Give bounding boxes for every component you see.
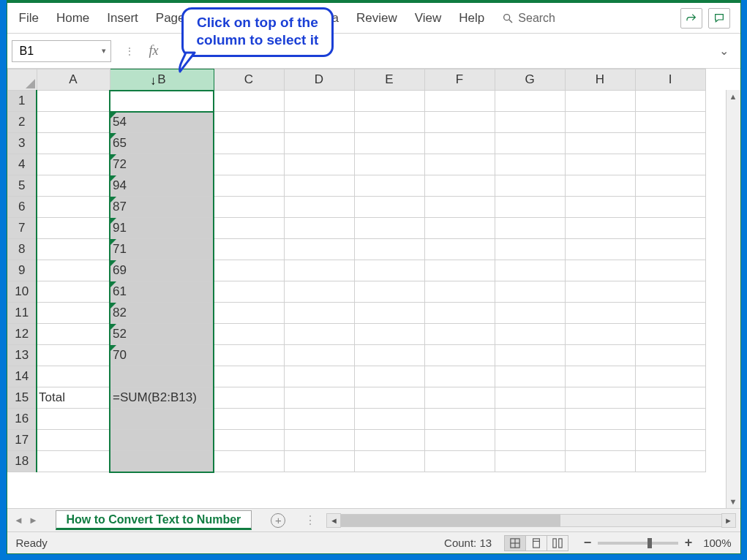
cell-C12[interactable] (214, 324, 284, 345)
cell-H17[interactable] (565, 430, 635, 451)
cell-G4[interactable] (495, 154, 565, 175)
select-all-corner[interactable] (7, 69, 37, 91)
cell-D1[interactable] (284, 91, 354, 112)
cell-H18[interactable] (565, 451, 635, 472)
cell-C3[interactable] (214, 133, 284, 154)
cell-B10[interactable]: 61 (110, 281, 214, 303)
cell-H9[interactable] (565, 260, 635, 281)
column-header-G[interactable]: G (495, 69, 565, 91)
cell-F9[interactable] (424, 260, 495, 281)
cell-A14[interactable] (37, 366, 110, 387)
cell-C11[interactable] (214, 303, 284, 324)
cell-D9[interactable] (284, 260, 354, 281)
cell-G5[interactable] (495, 175, 565, 197)
cell-D6[interactable] (284, 197, 354, 218)
cell-A3[interactable] (37, 133, 110, 154)
cell-C4[interactable] (214, 154, 284, 175)
cell-B11[interactable]: 82 (110, 303, 214, 324)
cell-D14[interactable] (284, 366, 354, 387)
cell-E5[interactable] (354, 175, 424, 197)
cell-A4[interactable] (37, 154, 110, 175)
cell-A11[interactable] (37, 303, 110, 324)
cell-G11[interactable] (495, 303, 565, 324)
cell-A18[interactable] (37, 451, 110, 472)
cell-E9[interactable] (354, 260, 424, 281)
cell-H12[interactable] (565, 324, 635, 345)
cell-D4[interactable] (284, 154, 354, 175)
cell-G9[interactable] (495, 260, 565, 281)
search-box[interactable]: Search (502, 12, 555, 25)
cell-I9[interactable] (635, 260, 705, 281)
cell-A1[interactable] (37, 91, 110, 112)
cell-F15[interactable] (424, 387, 495, 409)
cell-G17[interactable] (495, 430, 565, 451)
hscroll-track[interactable] (340, 514, 721, 527)
row-header-11[interactable]: 11 (7, 303, 37, 324)
cell-G7[interactable] (495, 218, 565, 239)
cell-E8[interactable] (354, 239, 424, 260)
tabs-options[interactable]: ⋮ (304, 513, 316, 527)
ribbon-tab-view[interactable]: View (413, 8, 443, 29)
cell-E12[interactable] (354, 324, 424, 345)
cell-D16[interactable] (284, 409, 354, 430)
cell-E15[interactable] (354, 387, 424, 409)
cell-B3[interactable]: 65 (110, 133, 214, 154)
row-header-17[interactable]: 17 (7, 430, 37, 451)
cell-B16[interactable] (110, 409, 214, 430)
cell-H2[interactable] (565, 112, 635, 133)
cell-A15[interactable]: Total (37, 387, 110, 409)
cell-C2[interactable] (214, 112, 284, 133)
sheet-tab-active[interactable]: How to Convert Text to Number (56, 510, 252, 530)
cell-H8[interactable] (565, 239, 635, 260)
view-pagebreak-button[interactable] (547, 535, 568, 551)
cell-I15[interactable] (635, 387, 705, 409)
cell-D12[interactable] (284, 324, 354, 345)
vertical-scrollbar[interactable]: ▲ ▼ (726, 90, 740, 508)
cell-I6[interactable] (635, 197, 705, 218)
cell-G14[interactable] (495, 366, 565, 387)
cell-C15[interactable] (214, 387, 284, 409)
cell-G18[interactable] (495, 451, 565, 472)
cell-G13[interactable] (495, 345, 565, 366)
cell-F16[interactable] (424, 409, 495, 430)
cell-H14[interactable] (565, 366, 635, 387)
row-header-12[interactable]: 12 (7, 324, 37, 345)
cell-C16[interactable] (214, 409, 284, 430)
cell-F1[interactable] (424, 91, 495, 112)
cell-H1[interactable] (565, 91, 635, 112)
cell-E1[interactable] (354, 91, 424, 112)
cell-A16[interactable] (37, 409, 110, 430)
cell-C8[interactable] (214, 239, 284, 260)
cell-F6[interactable] (424, 197, 495, 218)
cell-G6[interactable] (495, 197, 565, 218)
column-header-D[interactable]: D (284, 69, 354, 91)
cell-D8[interactable] (284, 239, 354, 260)
column-header-A[interactable]: A (37, 69, 110, 91)
ribbon-tab-home[interactable]: Home (55, 8, 91, 29)
cell-I7[interactable] (635, 218, 705, 239)
cell-E3[interactable] (354, 133, 424, 154)
name-box[interactable]: B1 ▾ (12, 40, 111, 62)
cell-E4[interactable] (354, 154, 424, 175)
cell-A12[interactable] (37, 324, 110, 345)
cell-E6[interactable] (354, 197, 424, 218)
row-header-18[interactable]: 18 (7, 451, 37, 472)
cell-D15[interactable] (284, 387, 354, 409)
cell-B2[interactable]: 54 (110, 112, 214, 133)
row-header-2[interactable]: 2 (7, 112, 37, 133)
cell-C5[interactable] (214, 175, 284, 197)
cell-D5[interactable] (284, 175, 354, 197)
cell-D13[interactable] (284, 345, 354, 366)
cell-A7[interactable] (37, 218, 110, 239)
cell-E10[interactable] (354, 281, 424, 303)
tab-nav-prev[interactable]: ◄ (12, 515, 26, 526)
cell-F10[interactable] (424, 281, 495, 303)
cell-A17[interactable] (37, 430, 110, 451)
cell-H6[interactable] (565, 197, 635, 218)
cell-I1[interactable] (635, 91, 705, 112)
cell-G1[interactable] (495, 91, 565, 112)
cell-D3[interactable] (284, 133, 354, 154)
cell-C9[interactable] (214, 260, 284, 281)
cell-H11[interactable] (565, 303, 635, 324)
zoom-out-button[interactable]: − (580, 535, 595, 550)
